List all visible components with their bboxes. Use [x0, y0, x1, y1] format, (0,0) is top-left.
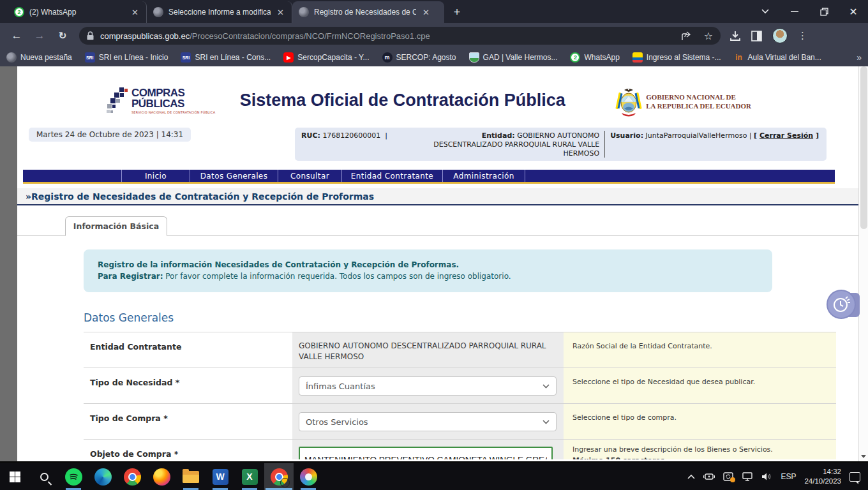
gov-line2: LA REPUBLICA DEL ECUADOR: [646, 102, 751, 111]
taskbar: W X ESP 14:32 24/10/2023: [0, 463, 868, 490]
tab-close-icon[interactable]: ✕: [130, 8, 140, 17]
field-help: Seleccione el tipo de compra.: [564, 404, 836, 439]
site-header: COMPRAS PÚBLICAS SERVICIO NACIONAL DE CO…: [17, 66, 858, 117]
taskbar-edge[interactable]: [88, 463, 117, 490]
taskbar-clock[interactable]: 14:32 24/10/2023: [804, 467, 841, 486]
bookmark-whatsapp[interactable]: 2WhatsApp: [570, 52, 619, 63]
bookmark-sercopcapacita[interactable]: ▶SercopCapacita - Y...: [283, 52, 369, 63]
nav-item-datos-generales[interactable]: Datos Generales: [190, 170, 278, 182]
address-bar[interactable]: compraspublicas.gob.ec/ProcesoContrataci…: [79, 27, 721, 45]
chrome-icon: [124, 468, 141, 486]
globe-icon: [6, 52, 17, 63]
bookmark-ingreso-sistema[interactable]: Ingreso al Sistema -...: [632, 52, 721, 63]
entity-text: Entidad: GOBIERNO AUTONOMO DESCENTRALIZA…: [413, 131, 604, 158]
form-table: Entidad Contratante GOBIERNO AUTONOMO DE…: [84, 332, 836, 459]
profile-avatar[interactable]: [772, 28, 788, 43]
minimize-button[interactable]: [780, 0, 809, 23]
tab-informacion-basica[interactable]: Información Básica: [65, 216, 167, 236]
back-button[interactable]: ←: [8, 27, 26, 45]
notification-center-icon[interactable]: [849, 472, 860, 482]
bookmark-gad-valle-hermoso[interactable]: GAD | Valle Hermos...: [469, 52, 558, 63]
download-icon[interactable]: [730, 31, 741, 41]
user-text: Usuario: JuntaParroquialValleHermoso | […: [605, 131, 820, 158]
bookmark-aula-virtual[interactable]: inAula Virtual del Ban...: [734, 52, 821, 63]
profile-avatar-icon: [280, 478, 290, 487]
scrollbar-down-icon[interactable]: [861, 455, 866, 458]
tab-whatsapp[interactable]: 2 (2) WhatsApp ✕: [8, 1, 147, 23]
lock-icon: [87, 31, 94, 40]
tray-capture-icon[interactable]: [703, 472, 715, 481]
taskbar-paint[interactable]: [294, 463, 323, 490]
tab-seleccione-informe[interactable]: Seleccione Informe a modificar | ✕: [147, 1, 292, 23]
form-tab-row: Información Básica: [17, 216, 858, 236]
whatsapp-icon: 2: [570, 52, 580, 63]
word-icon: W: [213, 469, 228, 485]
tipo-compra-select[interactable]: Otros Servicios: [299, 412, 557, 431]
tab-registro-necesidades[interactable]: Registro de Necesidades de Con ✕: [292, 1, 444, 23]
start-button[interactable]: [0, 463, 29, 490]
taskbar-explorer[interactable]: [176, 463, 206, 490]
field-help: Razón Social de la Entidad Contratante.: [564, 332, 836, 368]
restore-button[interactable]: [809, 0, 839, 23]
forward-button[interactable]: →: [31, 27, 49, 45]
tray-sync-icon[interactable]: [723, 472, 733, 481]
system-tray: ESP 14:32 24/10/2023: [687, 467, 868, 486]
new-tab-button[interactable]: +: [448, 3, 466, 21]
form-row-tipo-compra: Tipo de Compra * Otros Servicios Selecci…: [84, 404, 836, 440]
tab-search-chevron-icon[interactable]: [751, 0, 780, 23]
firefox-icon: [153, 468, 170, 486]
nav-item-inicio[interactable]: Inicio: [122, 170, 190, 182]
tray-volume-icon[interactable]: [761, 472, 772, 481]
chevron-down-icon: [542, 384, 550, 389]
search-icon: [40, 473, 49, 481]
notification-dot: [730, 477, 735, 482]
tab-close-icon[interactable]: ✕: [421, 8, 431, 17]
tray-chevron-up-icon[interactable]: [687, 474, 695, 479]
folder-icon: [183, 471, 199, 483]
nav-item-administracion[interactable]: Administración: [443, 170, 525, 182]
scrollbar-thumb[interactable]: [860, 66, 867, 229]
nav-item-entidad-contratante[interactable]: Entidad Contratante: [342, 170, 443, 182]
taskbar-chrome[interactable]: [117, 463, 147, 490]
page-scrollbar[interactable]: [858, 66, 868, 463]
taskbar-firefox[interactable]: [147, 463, 176, 490]
url-text: compraspublicas.gob.ec/ProcesoContrataci…: [100, 31, 430, 41]
taskbar-search-button[interactable]: [29, 463, 59, 490]
page-title: »Registro de Necesidades de Contratación…: [26, 191, 374, 202]
close-window-button[interactable]: ✕: [839, 0, 868, 23]
gov-line1: GOBIERNO NACIONAL DE: [646, 93, 751, 102]
tab-close-icon[interactable]: ✕: [276, 8, 285, 17]
reload-button[interactable]: ↻: [54, 27, 71, 45]
time-tracker-overlay-button[interactable]: [820, 290, 860, 320]
side-panel-icon[interactable]: [751, 31, 762, 41]
sri-icon: SRI: [181, 52, 191, 63]
main-nav: Inicio Datos Generales Consultar Entidad…: [23, 170, 835, 182]
excel-icon: X: [242, 469, 258, 485]
taskbar-spotify[interactable]: [59, 463, 88, 490]
bookmark-sri-consultas[interactable]: SRISRI en Línea - Cons...: [181, 52, 271, 63]
field-label: Tipo de Necesidad *: [84, 368, 292, 403]
objeto-compra-input[interactable]: [299, 447, 553, 459]
browser-menu-icon[interactable]: ⋮: [798, 30, 807, 41]
bookmark-star-icon[interactable]: ☆: [704, 30, 713, 42]
ruc-text: RUC: 1768120600001 |: [301, 131, 387, 158]
spotify-icon: [65, 468, 82, 486]
logout-link[interactable]: [ Cerrar Sesión ]: [754, 131, 819, 140]
bookmark-sri-inicio[interactable]: SRISRI en Línea - Inicio: [85, 52, 168, 63]
bookmarks-overflow-icon[interactable]: »: [857, 52, 862, 63]
taskbar-chrome-profile[interactable]: [264, 463, 294, 490]
tray-time: 14:32: [804, 467, 841, 477]
language-indicator[interactable]: ESP: [781, 472, 796, 481]
page-bottom-strip: [0, 461, 868, 463]
taskbar-excel[interactable]: X: [235, 463, 264, 490]
bookmark-nueva-pestana[interactable]: Nueva pestaña: [6, 52, 72, 63]
bookmarks-bar: Nueva pestaña SRISRI en Línea - Inicio S…: [0, 48, 868, 66]
share-icon[interactable]: [682, 31, 692, 41]
nav-spacer: [23, 170, 122, 182]
tray-network-icon[interactable]: [742, 472, 753, 481]
edge-icon: [94, 468, 112, 486]
bookmark-sercop-agosto[interactable]: mSERCOP: Agosto: [382, 52, 456, 63]
nav-item-consultar[interactable]: Consultar: [278, 170, 342, 182]
tipo-necesidad-select[interactable]: Ínfimas Cuantías: [299, 376, 557, 396]
taskbar-word[interactable]: W: [206, 463, 235, 490]
